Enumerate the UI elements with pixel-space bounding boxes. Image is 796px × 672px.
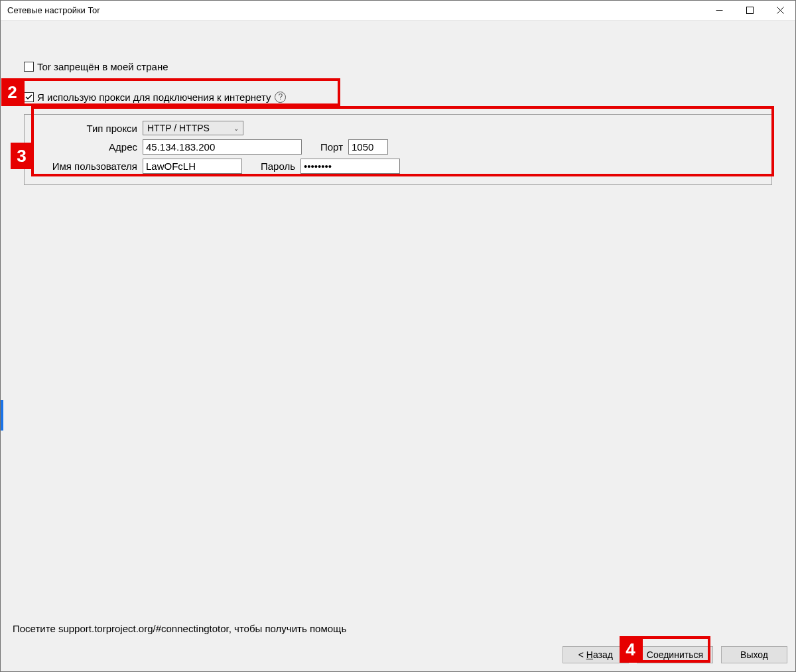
port-label: Порт: [304, 141, 346, 153]
tor-settings-window: Сетевые настройки Tor Tor запрещён в мое…: [0, 0, 796, 672]
minimize-button[interactable]: [704, 1, 734, 21]
address-input[interactable]: [143, 139, 302, 155]
address-row: Адрес Порт: [34, 139, 762, 155]
exit-button[interactable]: Выход: [721, 646, 787, 663]
address-label: Адрес: [34, 141, 140, 153]
content-area: Tor запрещён в моей стране Я использую п…: [1, 21, 795, 671]
username-label: Имя пользователя: [34, 161, 140, 172]
close-icon: [777, 7, 784, 14]
proxy-type-label: Тип прокси: [34, 123, 140, 134]
use-proxy-label[interactable]: Я использую прокси для подключения к инт…: [37, 92, 271, 103]
close-button[interactable]: [765, 1, 795, 21]
proxy-settings-group: Тип прокси HTTP / HTTPS ⌄ Адрес Порт Имя…: [24, 114, 772, 185]
proxy-type-select[interactable]: HTTP / HTTPS ⌄: [143, 121, 243, 135]
proxy-type-row: Тип прокси HTTP / HTTPS ⌄: [34, 121, 762, 135]
use-proxy-row: Я использую прокси для подключения к инт…: [24, 88, 772, 106]
minimize-icon: [716, 7, 723, 14]
window-title: Сетевые настройки Tor: [1, 5, 704, 15]
use-proxy-checkbox[interactable]: [24, 92, 34, 102]
port-input[interactable]: [348, 139, 388, 155]
password-input[interactable]: [300, 159, 400, 174]
connect-button[interactable]: Соединиться: [637, 646, 713, 663]
tor-censored-row: Tor запрещён в моей стране: [24, 57, 772, 76]
password-label: Пароль: [245, 161, 298, 172]
blue-edge-decoration: [1, 400, 3, 431]
username-input[interactable]: [143, 159, 242, 174]
maximize-button[interactable]: [734, 1, 765, 21]
tor-censored-checkbox[interactable]: [24, 62, 34, 72]
credentials-row: Имя пользователя Пароль: [34, 159, 762, 174]
annotation-callout-2: 2: [1, 78, 23, 106]
chevron-down-icon: ⌄: [233, 125, 239, 132]
annotation-callout-4: 4: [620, 636, 641, 663]
titlebar: Сетевые настройки Tor: [1, 1, 795, 21]
back-button[interactable]: < Назад: [563, 646, 629, 663]
button-bar: < Назад Соединиться Выход: [13, 646, 787, 663]
footer: Посетите support.torproject.org/#connect…: [1, 623, 795, 671]
help-text: Посетите support.torproject.org/#connect…: [13, 623, 787, 634]
help-icon[interactable]: ?: [275, 92, 286, 103]
tor-censored-label[interactable]: Tor запрещён в моей стране: [37, 61, 168, 72]
checkmark-icon: [25, 94, 33, 101]
maximize-icon: [746, 7, 754, 14]
proxy-type-value: HTTP / HTTPS: [147, 123, 210, 133]
svg-rect-1: [746, 7, 753, 14]
annotation-callout-3: 3: [11, 143, 33, 169]
